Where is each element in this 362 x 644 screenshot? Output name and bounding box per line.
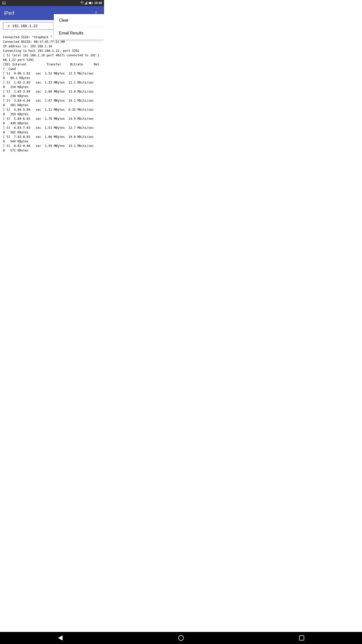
email-results-menu-item[interactable]: Email Results (54, 27, 104, 39)
status-bar: 10:40 (0, 0, 104, 6)
dropdown-menu: Clear Email Results (54, 14, 104, 39)
photo-icon (2, 1, 6, 5)
svg-point-10 (96, 11, 96, 12)
clear-menu-item[interactable]: Clear (54, 14, 104, 27)
status-time: 10:40 (94, 1, 102, 5)
output-content: Connected SSID: "StopHack " Connected BS… (0, 32, 104, 156)
svg-rect-9 (89, 2, 91, 4)
wifi-icon (80, 1, 84, 5)
status-bar-right: 10:40 (80, 1, 102, 5)
svg-rect-5 (86, 2, 87, 5)
svg-rect-4 (85, 3, 86, 4)
svg-point-2 (82, 4, 82, 4)
app-title: iPerf (4, 10, 14, 16)
status-bar-left (2, 1, 6, 5)
svg-point-11 (96, 13, 96, 13)
svg-rect-8 (93, 3, 93, 4)
svg-rect-6 (87, 2, 87, 5)
signal-icon (85, 1, 88, 5)
svg-rect-3 (85, 4, 85, 4)
battery-icon (89, 2, 93, 5)
